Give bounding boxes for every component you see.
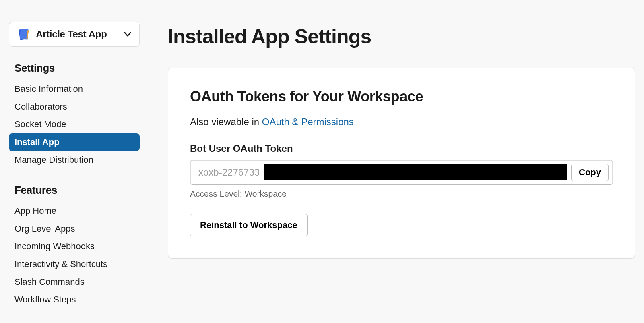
nav-slash-commands[interactable]: Slash Commands bbox=[9, 273, 140, 291]
sidebar-section-settings: Settings bbox=[9, 62, 140, 80]
app-selector[interactable]: Article Test App bbox=[9, 22, 140, 47]
sidebar-section-features: Features bbox=[9, 184, 140, 202]
nav-workflow-steps[interactable]: Workflow Steps bbox=[9, 291, 140, 309]
oauth-tokens-card: OAuth Tokens for Your Workspace Also vie… bbox=[168, 68, 635, 259]
caret-down-icon bbox=[124, 30, 131, 39]
access-level-text: Access Level: Workspace bbox=[190, 189, 613, 199]
page-title: Installed App Settings bbox=[168, 25, 635, 48]
nav-basic-information[interactable]: Basic Information bbox=[9, 80, 140, 98]
nav-collaborators[interactable]: Collaborators bbox=[9, 98, 140, 116]
nav-interactivity-shortcuts[interactable]: Interactivity & Shortcuts bbox=[9, 255, 140, 273]
oauth-permissions-link[interactable]: OAuth & Permissions bbox=[262, 116, 354, 127]
token-field: xoxb-2276733 Copy bbox=[190, 160, 613, 185]
token-redacted bbox=[264, 164, 567, 180]
card-title: OAuth Tokens for Your Workspace bbox=[190, 88, 613, 105]
subtitle-prefix: Also viewable in bbox=[190, 116, 262, 127]
copy-button[interactable]: Copy bbox=[571, 164, 609, 181]
app-name: Article Test App bbox=[36, 29, 118, 40]
reinstall-button[interactable]: Reinstall to Workspace bbox=[190, 214, 308, 236]
nav-incoming-webhooks[interactable]: Incoming Webhooks bbox=[9, 238, 140, 255]
card-subtitle: Also viewable in OAuth & Permissions bbox=[190, 116, 613, 128]
nav-org-level-apps[interactable]: Org Level Apps bbox=[9, 220, 140, 238]
nav-install-app[interactable]: Install App bbox=[9, 133, 140, 151]
app-icon bbox=[17, 28, 30, 41]
nav-app-home[interactable]: App Home bbox=[9, 202, 140, 220]
nav-socket-mode[interactable]: Socket Mode bbox=[9, 116, 140, 133]
nav-manage-distribution[interactable]: Manage Distribution bbox=[9, 151, 140, 169]
token-value-prefix[interactable]: xoxb-2276733 bbox=[198, 167, 260, 178]
token-label: Bot User OAuth Token bbox=[190, 143, 613, 154]
